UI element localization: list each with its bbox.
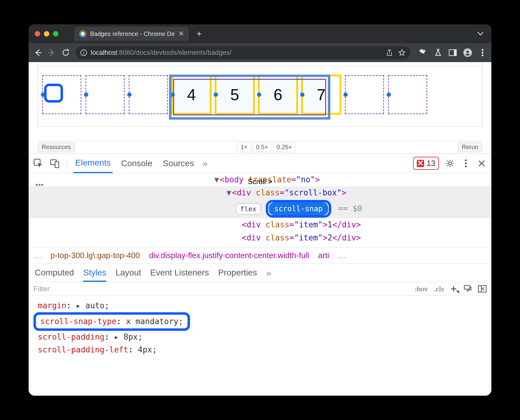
forward-button[interactable]: [47, 48, 56, 57]
zoom-025x-button[interactable]: 0.25×: [273, 142, 295, 152]
tab-computed[interactable]: Computed: [35, 268, 74, 282]
scroll-snap-badge[interactable]: scroll-snap: [269, 202, 328, 215]
breadcrumb-item[interactable]: arti: [318, 251, 329, 260]
breadcrumb-ellipsis[interactable]: …: [338, 251, 346, 260]
back-button[interactable]: [33, 48, 42, 57]
resources-button[interactable]: Resources: [38, 142, 75, 152]
url-port: :8080: [117, 49, 134, 56]
toggle-sidebar-icon[interactable]: [478, 285, 487, 292]
svg-point-6: [482, 49, 483, 51]
list-item: 4: [172, 75, 211, 114]
annotation-circle-badge: scroll-snap: [266, 200, 331, 218]
devtools-tab-bar: Elements Console Sources » ✕ 13: [29, 154, 491, 173]
site-info-icon[interactable]: [80, 49, 87, 56]
kebab-menu-icon[interactable]: [461, 159, 471, 168]
snap-dot-icon: [300, 93, 304, 97]
snap-dot-icon: [170, 93, 175, 97]
snap-dot-icon: [214, 93, 218, 97]
tab-event-listeners[interactable]: Event Listeners: [150, 268, 209, 282]
styles-filter-input[interactable]: Filter: [33, 285, 409, 293]
svg-point-7: [482, 52, 483, 54]
list-item: [129, 75, 168, 114]
breadcrumb-item[interactable]: p-top-300.lg\:gap-top-400: [51, 251, 140, 260]
list-item: [86, 75, 125, 114]
tab-title: Badges reference - Chrome De: [90, 30, 175, 37]
error-icon: ✕: [417, 160, 424, 167]
list-item: 5: [215, 75, 254, 114]
snap-dot-icon: [257, 93, 261, 97]
close-devtools-icon[interactable]: [477, 159, 487, 168]
breadcrumb-ellipsis[interactable]: …: [33, 251, 41, 260]
tab-console[interactable]: Console: [119, 154, 154, 173]
inspect-icon[interactable]: [33, 159, 43, 168]
more-tabs-icon[interactable]: »: [202, 158, 208, 169]
settings-icon[interactable]: [445, 159, 455, 168]
share-icon[interactable]: [386, 49, 393, 56]
tab-sources[interactable]: Sources: [161, 154, 196, 173]
chrome-icon: [79, 30, 86, 37]
tab-properties[interactable]: Properties: [218, 268, 257, 282]
breadcrumb[interactable]: … p-top-300.lg\:gap-top-400 div.display-…: [29, 247, 491, 264]
demo-scroll-container[interactable]: 4 5 6 7 Scroll >: [38, 66, 482, 127]
dom-row-actions-icon[interactable]: •••: [35, 180, 44, 190]
css-declaration[interactable]: scroll-padding-left: 4px;: [38, 344, 482, 356]
side-panel-icon[interactable]: [449, 49, 457, 57]
browser-tab[interactable]: Badges reference - Chrome De ✕: [74, 27, 189, 41]
cls-toggle[interactable]: .cls: [434, 285, 444, 293]
hov-toggle[interactable]: :hov: [415, 285, 428, 293]
snap-dot-icon: [387, 93, 391, 97]
url-path: /docs/devtools/elements/badges/: [134, 49, 231, 56]
selected-node-label: == $0: [338, 204, 362, 213]
paint-icon[interactable]: [463, 285, 472, 293]
tab-styles[interactable]: Styles: [83, 268, 106, 282]
scroll-label[interactable]: Scroll >: [38, 177, 482, 186]
svg-point-8: [482, 54, 483, 56]
dom-node-scroll-box[interactable]: ▼<div class="scroll-box">: [29, 186, 491, 199]
labs-icon[interactable]: [434, 49, 442, 57]
new-tab-button[interactable]: +: [197, 29, 202, 39]
tab-elements[interactable]: Elements: [73, 154, 113, 173]
dom-badges-row[interactable]: flex scroll-snap == $0: [29, 199, 491, 218]
flex-badge[interactable]: flex: [236, 203, 261, 215]
breadcrumb-item[interactable]: div.display-flex.justify-content-center.…: [149, 251, 309, 260]
url-host: localhost: [91, 49, 117, 56]
tabs-dropdown-icon[interactable]: [477, 32, 483, 36]
svg-point-1: [83, 51, 84, 52]
zoom-1x-button[interactable]: 1×: [237, 142, 251, 152]
tab-layout[interactable]: Layout: [115, 268, 141, 282]
browser-toolbar: localhost:8080/docs/devtools/elements/ba…: [29, 43, 491, 62]
extensions-icon[interactable]: [420, 49, 427, 57]
close-window-button[interactable]: [35, 31, 40, 37]
svg-point-15: [465, 166, 467, 167]
address-bar[interactable]: localhost:8080/docs/devtools/elements/ba…: [76, 46, 410, 59]
demo-toolbar: Resources 1× 0.5× 0.25× Rerun: [38, 141, 482, 153]
more-styles-tabs-icon[interactable]: »: [266, 268, 271, 282]
window-controls: [35, 31, 58, 37]
dom-node-item-2[interactable]: <div class="item">2</div>: [29, 231, 491, 244]
profile-icon[interactable]: [463, 48, 472, 57]
css-declaration[interactable]: scroll-padding: ▸ 8px;: [38, 331, 482, 344]
chrome-menu-icon[interactable]: [479, 49, 487, 57]
new-style-rule-icon[interactable]: [450, 285, 457, 292]
dom-node-item-1[interactable]: <div class="item">1</div>: [29, 218, 491, 231]
rerun-button[interactable]: Rerun: [458, 142, 482, 152]
zoom-05x-button[interactable]: 0.5×: [253, 142, 271, 152]
bookmark-icon[interactable]: [398, 49, 406, 56]
maximize-window-button[interactable]: [53, 31, 58, 37]
browser-tab-bar: Badges reference - Chrome De ✕ +: [29, 24, 491, 43]
reload-button[interactable]: [61, 48, 70, 57]
error-count: 13: [427, 159, 435, 168]
error-count-button[interactable]: ✕ 13: [413, 157, 439, 170]
css-declaration[interactable]: margin: ▸ auto;: [38, 299, 482, 312]
close-tab-icon[interactable]: ✕: [178, 30, 184, 38]
svg-rect-11: [55, 162, 59, 168]
css-declaration-highlighted[interactable]: scroll-snap-type: x mandatory;: [38, 312, 482, 331]
annotation-circle-start: [44, 84, 63, 103]
svg-point-5: [466, 51, 469, 53]
device-toggle-icon[interactable]: [50, 159, 60, 168]
styles-filter-row: Filter :hov .cls: [29, 282, 491, 296]
minimize-window-button[interactable]: [44, 31, 49, 37]
css-rules[interactable]: margin: ▸ auto; scroll-snap-type: x mand…: [29, 296, 491, 360]
page-viewport: 4 5 6 7 Scroll > Resources 1× 0.5× 0.25×…: [29, 62, 491, 153]
toolbar-actions: [420, 48, 487, 57]
